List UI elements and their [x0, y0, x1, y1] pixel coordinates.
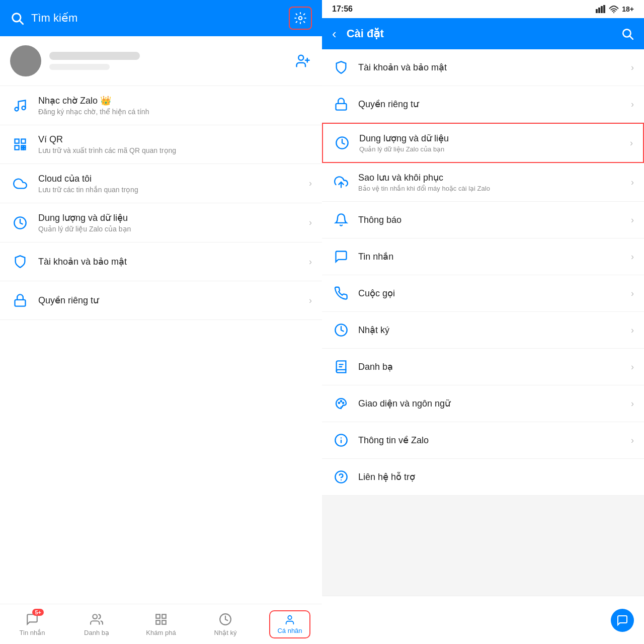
svg-point-17 — [93, 614, 97, 619]
nav-tin-nhan[interactable]: 5+ Tin nhắn — [0, 608, 64, 640]
profile-row[interactable] — [0, 36, 322, 86]
dung-luong-title-right: Dung lượng và dữ liệu — [359, 133, 622, 144]
quyen-rieng-tu-title: Quyền riêng tư — [358, 99, 623, 110]
left-header: Tìm kiếm — [0, 0, 322, 36]
avatar — [10, 45, 41, 76]
ca-nhan-box: Cá nhân — [269, 610, 310, 638]
tin-nhan-title: Tin nhắn — [358, 251, 623, 262]
dung-luong-icon-right — [333, 134, 351, 152]
info-icon — [332, 431, 350, 449]
dung-luong-icon — [10, 213, 30, 233]
dung-luong-subtitle-right: Quản lý dữ liệu Zalo của bạn — [359, 145, 622, 153]
nhat-ky-chevron: › — [631, 325, 634, 336]
status-icons: 18+ — [596, 5, 634, 13]
bottom-navigation: 5+ Tin nhắn Danh bạ Khá — [0, 604, 322, 644]
svg-rect-26 — [601, 6, 603, 13]
tai-khoan-chevron-left: › — [309, 257, 312, 267]
menu-item-cloud[interactable]: Cloud của tôi Lưu trữ các tin nhắn quan … — [0, 164, 322, 203]
tai-khoan-chevron: › — [631, 62, 634, 73]
settings-nhat-ky[interactable]: Nhật ký › — [322, 312, 644, 349]
signal-icon — [596, 5, 606, 13]
settings-dung-luong[interactable]: Dung lượng và dữ liệu Quản lý dữ liệu Za… — [322, 123, 644, 163]
search-icon-right[interactable] — [621, 27, 634, 40]
settings-thong-bao[interactable]: Thông báo › — [322, 202, 644, 238]
grid-icon — [153, 612, 169, 627]
sao-luu-chevron: › — [631, 177, 634, 188]
shield-icon-right — [332, 58, 350, 76]
svg-rect-12 — [24, 145, 26, 147]
right-panel: 17:56 18+ ‹ Cài đặt — [322, 0, 644, 644]
settings-sao-luu[interactable]: Sao lưu và khôi phục Bảo vệ tin nhắn khi… — [322, 163, 644, 202]
dung-luong-chevron-right: › — [630, 138, 633, 148]
lien-he-title: Liên hệ hỗ trợ — [358, 471, 634, 482]
settings-giao-dien[interactable]: Giao diện và ngôn ngữ › — [322, 385, 644, 422]
settings-quyen-rieng-tu[interactable]: Quyền riêng tư › — [322, 86, 644, 123]
kham-pha-nav-label: Khám phá — [146, 629, 176, 636]
svg-point-7 — [22, 106, 26, 110]
bell-icon — [332, 211, 350, 229]
svg-rect-20 — [156, 620, 160, 624]
lock-icon-left — [10, 290, 30, 310]
cloud-chevron: › — [309, 178, 312, 189]
tin-nhan-nav-label: Tin nhắn — [20, 629, 45, 636]
menu-item-tai-khoan[interactable]: Tài khoản và bảo mật › — [0, 243, 322, 281]
cuoc-goi-chevron: › — [631, 288, 634, 299]
chat-icon: 5+ — [25, 612, 40, 627]
danh-ba-title: Danh bạ — [358, 361, 623, 372]
danh-ba-nav-label: Danh bạ — [84, 629, 109, 636]
contacts-icon — [89, 612, 104, 627]
menu-item-nhac-cho[interactable]: Nhạc chờ Zalo 👑 Đăng ký nhạc chờ, thể hi… — [0, 86, 322, 125]
profile-name-bar — [49, 52, 140, 60]
thong-bao-chevron: › — [631, 215, 634, 225]
svg-rect-27 — [603, 5, 605, 13]
nhac-cho-title: Nhạc chờ Zalo 👑 — [38, 95, 312, 106]
giao-dien-chevron: › — [631, 398, 634, 409]
giao-dien-title: Giao diện và ngôn ngữ — [358, 398, 623, 409]
settings-tin-nhan[interactable]: Tin nhắn › — [322, 238, 644, 275]
settings-lien-he[interactable]: Liên hệ hỗ trợ — [322, 459, 644, 496]
phone-icon — [332, 284, 350, 302]
svg-rect-21 — [162, 620, 166, 624]
right-header: ‹ Cài đặt — [322, 18, 644, 49]
chat-support-button[interactable] — [611, 609, 634, 632]
add-friend-icon[interactable] — [294, 52, 312, 70]
vi-qr-title: Ví QR — [38, 134, 312, 145]
nav-kham-pha[interactable]: Khám phá — [129, 608, 193, 640]
search-label: Tìm kiếm — [31, 12, 282, 25]
svg-rect-18 — [156, 614, 160, 618]
help-icon — [332, 468, 350, 486]
settings-cuoc-goi[interactable]: Cuộc gọi › — [322, 275, 644, 312]
contacts-book-icon — [332, 358, 350, 376]
cloud-title: Cloud của tôi — [38, 173, 301, 184]
menu-item-quyen-rieng-tu[interactable]: Quyền riêng tư › — [0, 281, 322, 320]
settings-danh-ba[interactable]: Danh bạ › — [322, 349, 644, 385]
nhat-ky-nav-label: Nhật ký — [214, 629, 237, 636]
nhat-ky-title: Nhật ký — [358, 325, 623, 336]
svg-rect-31 — [336, 104, 347, 110]
shield-icon-left — [10, 252, 30, 272]
status-time: 17:56 — [332, 5, 353, 14]
nav-danh-ba[interactable]: Danh bạ — [64, 608, 129, 640]
quyen-rieng-tu-chevron: › — [631, 99, 634, 110]
left-panel: Tìm kiếm — [0, 0, 322, 644]
svg-rect-16 — [15, 300, 26, 306]
quyen-rieng-tu-chevron-left: › — [309, 295, 312, 306]
settings-button[interactable] — [289, 7, 312, 30]
dung-luong-title: Dung lượng và dữ liệu — [38, 212, 301, 223]
tin-nhan-chevron: › — [631, 252, 634, 262]
settings-thong-tin-zalo[interactable]: Thông tin về Zalo › — [322, 422, 644, 459]
menu-item-vi-qr[interactable]: Ví QR Lưu trữ và xuất trình các mã QR qu… — [0, 125, 322, 164]
svg-point-6 — [15, 107, 19, 111]
palette-icon — [332, 394, 350, 413]
nav-nhat-ky[interactable]: Nhật ký — [193, 608, 258, 640]
svg-rect-11 — [21, 145, 23, 147]
menu-item-dung-luong[interactable]: Dung lượng và dữ liệu Quản lý dữ liệu Za… — [0, 203, 322, 243]
svg-point-39 — [343, 403, 344, 404]
settings-tai-khoan[interactable]: Tài khoản và bảo mật › — [322, 49, 644, 86]
nav-ca-nhan[interactable]: Cá nhân — [258, 606, 322, 642]
cuoc-goi-title: Cuộc gọi — [358, 288, 623, 299]
back-button[interactable]: ‹ — [332, 26, 337, 42]
dung-luong-chevron: › — [309, 217, 312, 228]
svg-rect-25 — [598, 8, 600, 13]
sao-luu-title: Sao lưu và khôi phục — [358, 172, 623, 183]
